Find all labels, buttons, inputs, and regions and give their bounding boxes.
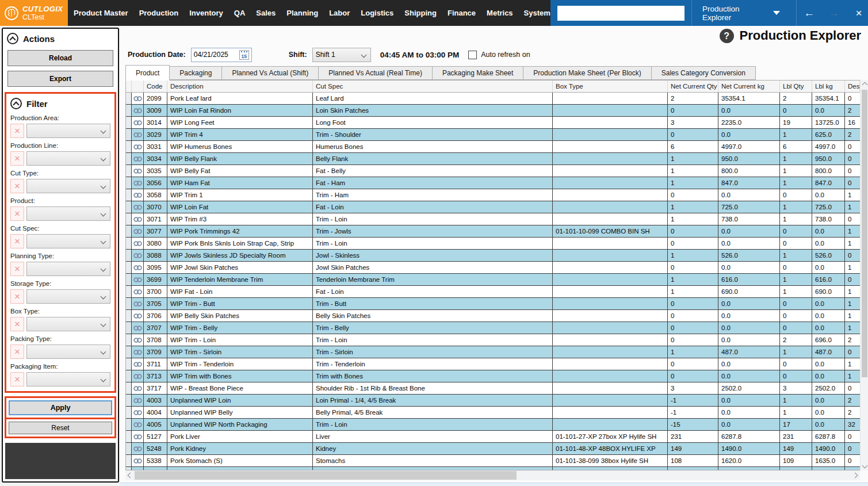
row-selector[interactable] (126, 165, 132, 177)
row-selector[interactable] (126, 395, 132, 407)
column-header-link[interactable] (132, 81, 144, 93)
row-link-cell[interactable] (132, 382, 144, 395)
table-row[interactable]: 3709 WIP Trim - Sirloin Trim - Sirloin 1… (126, 346, 860, 358)
menu-item-shipping[interactable]: Shipping (404, 9, 437, 17)
row-selector[interactable] (126, 141, 132, 153)
table-row[interactable]: 3056 WIP Ham Fat Fat - Ham 1 847.0 1 847… (126, 177, 860, 189)
production-date-picker[interactable]: 04/21/2025 15 (191, 48, 252, 62)
row-selector[interactable] (126, 334, 132, 346)
row-link-cell[interactable] (132, 431, 144, 443)
row-link-cell[interactable] (132, 177, 144, 189)
horizontal-scroll-thumb[interactable] (135, 471, 517, 480)
table-row[interactable]: 3095 WIP Jowl Skin Patches Jowl Skin Pat… (126, 262, 860, 274)
tab-product[interactable]: Product (125, 65, 170, 81)
column-header-lbl-qty[interactable]: Lbl Qty (780, 81, 812, 93)
row-link-cell[interactable] (132, 201, 144, 213)
row-selector[interactable] (126, 189, 132, 201)
row-link-cell[interactable] (132, 407, 144, 419)
filter-combobox[interactable] (26, 345, 110, 359)
row-link-cell[interactable] (132, 93, 144, 105)
table-row[interactable]: 2099 Pork Leaf lard Leaf Lard 2 35354.1 … (126, 93, 860, 105)
reload-button[interactable]: Reload (7, 50, 113, 66)
menu-item-sales[interactable]: Sales (256, 9, 276, 17)
column-header-lbl-kg[interactable]: Lbl kg (812, 81, 845, 93)
calendar-icon[interactable]: 15 (239, 50, 249, 60)
table-row[interactable]: 4004 Unplanned WIP Belly Belly Primal, 4… (126, 407, 860, 419)
scroll-down-icon[interactable] (862, 463, 868, 469)
tab-production-make-sheet-per-block[interactable]: Production Make Sheet (Per Block) (523, 66, 651, 80)
menu-item-planning[interactable]: Planning (286, 9, 318, 17)
clear-filter-button[interactable]: × (10, 151, 24, 166)
table-row[interactable]: 3699 WIP Tenderloin Membrane Trim Tender… (126, 274, 860, 286)
scroll-up-icon[interactable] (862, 82, 868, 88)
row-selector[interactable] (126, 177, 132, 189)
row-link-cell[interactable] (132, 286, 144, 298)
table-row[interactable]: 3035 WIP Belly Fat Fat - Belly 1 800.0 1… (126, 165, 860, 177)
menu-item-product-master[interactable]: Product Master (74, 9, 128, 17)
row-selector[interactable] (126, 443, 132, 455)
filter-combobox[interactable] (26, 151, 110, 166)
clear-filter-button[interactable]: × (10, 234, 24, 248)
tab-sales-category-conversion[interactable]: Sales Category Conversion (652, 66, 756, 80)
table-row[interactable]: 3713 WIP Trim with Bones Trim with Bones… (126, 370, 860, 382)
menu-item-inventory[interactable]: Inventory (189, 9, 223, 17)
table-row[interactable]: 3014 WIP Long Feet Long Foot 3 2235.0 19… (126, 117, 860, 129)
vertical-scroll-thumb[interactable] (862, 90, 867, 377)
row-link-cell[interactable] (132, 322, 144, 334)
table-row[interactable]: 4005 Unplanned WIP North Packaging Trim … (126, 419, 860, 431)
menu-item-logistics[interactable]: Logistics (361, 9, 393, 17)
filter-combobox[interactable] (26, 317, 110, 331)
table-row[interactable]: 3034 WIP Belly Flank Belly Flank 1 950.0… (126, 153, 860, 165)
export-button[interactable]: Export (7, 71, 113, 87)
back-button[interactable]: ← (797, 0, 821, 26)
row-link-cell[interactable] (132, 250, 144, 262)
column-header-net-current-kg[interactable]: Net Current kg (718, 81, 780, 93)
apply-button[interactable]: Apply (9, 400, 112, 415)
row-link-cell[interactable] (132, 419, 144, 431)
row-link-cell[interactable] (132, 225, 144, 238)
row-selector[interactable] (126, 250, 132, 262)
row-selector[interactable] (126, 382, 132, 395)
menu-item-production[interactable]: Production (139, 9, 179, 17)
table-row[interactable]: 3717 WIP - Breast Bone Piece Shoulder Ri… (126, 382, 860, 395)
row-link-cell[interactable] (132, 443, 144, 455)
column-header-code[interactable]: Code (144, 81, 167, 93)
tab-packaging-make-sheet[interactable]: Packaging Make Sheet (433, 66, 523, 80)
row-link-cell[interactable] (132, 213, 144, 225)
row-link-cell[interactable] (132, 238, 144, 250)
forward-button[interactable]: → (821, 0, 846, 26)
row-link-cell[interactable] (132, 370, 144, 382)
filter-combobox[interactable] (26, 234, 110, 248)
row-selector[interactable] (126, 310, 132, 322)
clear-filter-button[interactable]: × (10, 262, 24, 276)
clear-filter-button[interactable]: × (10, 345, 24, 359)
column-header-description[interactable]: Description (167, 81, 313, 93)
table-row[interactable]: 4003 Unplanned WIP Loin Loin Primal - 1/… (126, 395, 860, 407)
row-link-cell[interactable] (132, 358, 144, 370)
table-row[interactable]: 3700 WIP Fat - Loin Fat - Loin 1 690.0 1… (126, 286, 860, 298)
table-row[interactable]: 3707 WIP Trim - Belly Trim - Belly 0 0.0… (126, 322, 860, 334)
row-selector[interactable] (126, 262, 132, 274)
table-row[interactable]: 5127 Pork Liver Liver 01-101-27-XP 27box… (126, 431, 860, 443)
scroll-right-icon[interactable] (852, 473, 858, 479)
clear-filter-button[interactable]: × (10, 289, 24, 304)
column-header-net-current-qty[interactable]: Net Current Qty (668, 81, 718, 93)
row-link-cell[interactable] (132, 334, 144, 346)
row-selector[interactable] (126, 419, 132, 431)
tab-packaging[interactable]: Packaging (170, 66, 222, 80)
row-link-cell[interactable] (132, 189, 144, 201)
table-row[interactable]: 5248 Pork Kidney Kidney 01-101-48-XP 48B… (126, 443, 860, 455)
row-link-cell[interactable] (132, 298, 144, 310)
row-selector[interactable] (126, 358, 132, 370)
vertical-scrollbar[interactable] (860, 80, 868, 470)
table-row[interactable]: 3080 WIP Pork Bnls Sknls Loin Strap Cap,… (126, 238, 860, 250)
scroll-left-icon[interactable] (128, 473, 133, 479)
table-row[interactable]: 3706 WIP Belly Skin Patches Belly Skin P… (126, 310, 860, 322)
row-link-cell[interactable] (132, 141, 144, 153)
row-selector[interactable] (126, 105, 132, 117)
tab-planned-vs-actual-real-time[interactable]: Planned Vs Actual (Real Time) (319, 66, 433, 80)
row-selector[interactable] (126, 431, 132, 443)
menu-item-system[interactable]: System (524, 9, 550, 17)
shift-combobox[interactable]: Shift 1 (312, 48, 371, 62)
column-header-cut-spec[interactable]: Cut Spec (313, 81, 553, 93)
